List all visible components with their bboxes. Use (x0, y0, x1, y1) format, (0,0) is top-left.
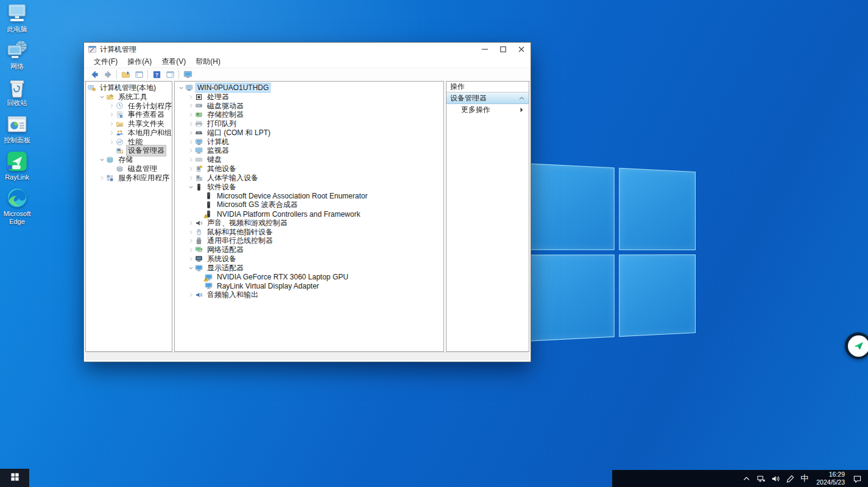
expander-icon[interactable] (186, 184, 195, 190)
folder-up-button[interactable] (119, 69, 132, 80)
computer-management-icon (88, 45, 97, 54)
expander-icon[interactable] (186, 256, 195, 262)
expander-icon[interactable] (107, 130, 116, 136)
expander-icon[interactable] (186, 157, 195, 163)
console-tree-item[interactable]: 事件查看器 (86, 110, 172, 119)
device-tree-item[interactable]: 网络适配器 (175, 245, 443, 254)
console-tree-item[interactable]: 存储 (86, 155, 172, 164)
taskbar-clock[interactable]: 16:29 2024/5/23 (816, 471, 845, 486)
expander-icon[interactable] (186, 103, 195, 108)
expander-icon[interactable] (186, 220, 195, 226)
expander-icon[interactable] (97, 157, 106, 163)
device-tree-item[interactable]: 鼠标和其他指针设备 (175, 228, 443, 237)
expander-icon[interactable] (186, 166, 195, 172)
device-tree-item[interactable]: 打印队列 (175, 119, 443, 128)
forward-arrow-button[interactable] (101, 69, 115, 80)
console-tree-item[interactable]: 性能 (86, 138, 172, 147)
device-tree-item[interactable]: Microsoft Device Association Root Enumer… (175, 192, 443, 201)
action-pane-button[interactable] (163, 69, 177, 80)
maximize-button[interactable] (494, 43, 512, 56)
hidden-icons-chevron-icon[interactable] (742, 474, 751, 483)
display-adapter-icon (205, 282, 213, 290)
actions-group-label: 设备管理器 (450, 93, 518, 103)
expander-icon[interactable] (97, 175, 106, 181)
device-tree-item[interactable]: NVIDIA GeForce RTX 3060 Laptop GPU (175, 273, 443, 282)
device-tree-item[interactable]: 磁盘驱动器 (175, 102, 443, 111)
expander-icon[interactable] (97, 94, 106, 100)
titlebar[interactable]: 计算机管理 (84, 43, 531, 56)
chevron-up-icon[interactable] (518, 95, 525, 102)
help-button[interactable]: ? (150, 69, 163, 80)
device-tree-item[interactable]: 音频输入和输出 (175, 290, 443, 300)
device-tree-item[interactable]: 人体学输入设备 (175, 173, 443, 183)
device-tree-item[interactable]: RayLink Virtual Display Adapter (175, 282, 443, 291)
desktop-icon-control-panel[interactable]: 控制面板 (0, 113, 34, 144)
device-tree-item[interactable]: 计算机 (175, 138, 443, 147)
pen-icon[interactable] (786, 474, 795, 483)
expander-icon[interactable] (107, 103, 116, 108)
ime-indicator[interactable]: 中 (800, 474, 808, 483)
console-tree-item[interactable]: 计算机管理(本地) (86, 83, 172, 93)
device-tree-item[interactable]: 通用串行总线控制器 (175, 237, 443, 246)
device-tree-item[interactable]: 端口 (COM 和 LPT) (175, 128, 443, 138)
console-tree-item[interactable]: 系统工具 (86, 93, 172, 102)
expander-icon[interactable] (186, 229, 195, 235)
expander-icon[interactable] (186, 247, 195, 253)
volume-icon[interactable] (771, 474, 780, 483)
menu-item[interactable]: 帮助(H) (191, 57, 225, 67)
device-tree-item[interactable]: 系统设备 (175, 254, 443, 264)
device-tree-item[interactable]: 软件设备 (175, 183, 443, 192)
device-tree-item[interactable]: ? 其他设备 (175, 164, 443, 173)
console-tree-item[interactable]: 共享文件夹 (86, 119, 172, 128)
device-tree-item[interactable]: NVIDIA Platform Controllers and Framewor… (175, 209, 443, 219)
action-center-icon[interactable] (853, 474, 862, 483)
desktop-icon-raylink[interactable]: RayLink (0, 150, 34, 181)
device-tree-item[interactable]: 存储控制器 (175, 110, 443, 119)
expander-icon[interactable] (186, 292, 195, 298)
actions-group-device-manager[interactable]: 设备管理器 (446, 93, 529, 104)
more-actions-item[interactable]: 更多操作 (446, 104, 529, 115)
device-tree-item[interactable]: 处理器 (175, 93, 443, 102)
network-tray-icon[interactable] (757, 474, 766, 483)
close-button[interactable] (512, 43, 531, 56)
expander-icon[interactable] (186, 265, 195, 271)
desktop-icon-this-pc[interactable]: 此电脑 (0, 2, 34, 33)
desktop-icon-recycle-bin[interactable]: 回收站 (0, 76, 34, 107)
desktop-icon-network[interactable]: 网络 (0, 40, 34, 71)
menu-item[interactable]: 文件(F) (89, 57, 122, 67)
expander-icon[interactable] (186, 175, 195, 181)
console-tree-item[interactable]: 本地用户和组 (86, 128, 172, 138)
console-tree-item[interactable]: 任务计划程序 (86, 102, 172, 111)
expander-icon[interactable] (107, 139, 116, 145)
menu-item[interactable]: 操作(A) (122, 57, 157, 67)
device-tree-item[interactable]: WIN-0PUAO1UTHDG (175, 83, 443, 93)
device-tree-item[interactable]: 键盘 (175, 155, 443, 164)
raylink-floating-button[interactable] (845, 332, 868, 359)
expander-icon[interactable] (186, 121, 195, 127)
device-tree-item[interactable]: 显示适配器 (175, 264, 443, 273)
device-tree-item[interactable]: Microsoft GS 波表合成器 (175, 200, 443, 209)
console-window-button[interactable] (132, 69, 146, 80)
window-title: 计算机管理 (100, 44, 136, 55)
console-tree-item[interactable]: 设备管理器 (86, 147, 172, 156)
monitor-button[interactable] (181, 69, 194, 80)
console-tree-item[interactable]: 磁盘管理 (86, 164, 172, 173)
expander-icon[interactable] (186, 139, 195, 145)
expander-icon[interactable] (107, 112, 116, 117)
device-tree-item[interactable]: 监视器 (175, 147, 443, 156)
expander-icon[interactable] (186, 238, 195, 244)
local-users-icon (116, 129, 124, 137)
expander-icon[interactable] (186, 130, 195, 136)
expander-icon[interactable] (186, 112, 195, 117)
menu-item[interactable]: 查看(V) (157, 57, 191, 67)
expander-icon[interactable] (186, 148, 195, 153)
expander-icon[interactable] (177, 85, 185, 91)
minimize-button[interactable] (476, 43, 494, 56)
console-tree-item[interactable]: 服务和应用程序 (86, 173, 172, 183)
expander-icon[interactable] (186, 94, 195, 100)
back-arrow-button[interactable] (88, 69, 101, 80)
start-button[interactable] (0, 469, 29, 487)
expander-icon[interactable] (107, 121, 116, 127)
desktop-icon-edge[interactable]: Microsoft Edge (0, 187, 34, 225)
device-tree-item[interactable]: 声音、视频和游戏控制器 (175, 219, 443, 228)
